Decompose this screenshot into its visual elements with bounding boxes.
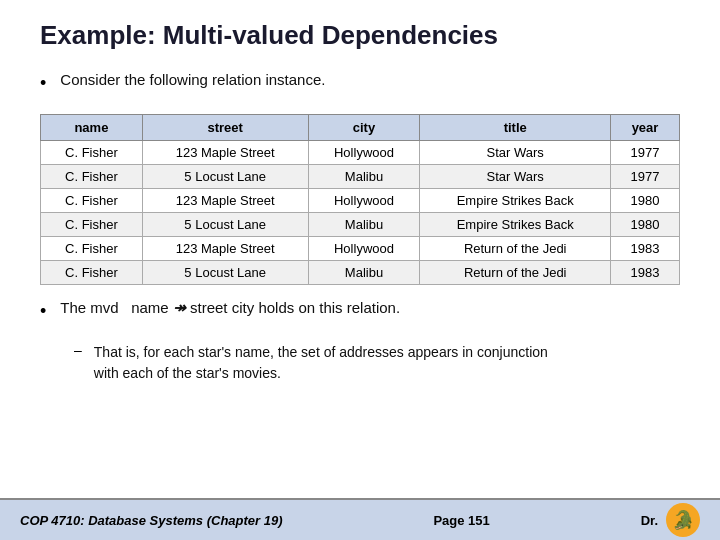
- table-cell: 1977: [611, 141, 680, 165]
- footer-left: COP 4710: Database Systems (Chapter 19): [20, 513, 283, 528]
- bullet-text-2: The mvd name ↠ street city holds on this…: [60, 299, 400, 317]
- table-header: name street city title year: [41, 115, 680, 141]
- bullet-text-1: Consider the following relation instance…: [60, 71, 325, 88]
- col-title: title: [420, 115, 611, 141]
- footer-center: Page 151: [433, 513, 489, 528]
- table-cell: Hollywood: [308, 141, 420, 165]
- table-row: C. Fisher5 Locust LaneMalibuEmpire Strik…: [41, 213, 680, 237]
- bullet-dot-2: •: [40, 301, 46, 322]
- bullet-sub: – That is, for each star's name, the set…: [74, 342, 680, 384]
- table-row: C. Fisher123 Maple StreetHollywoodEmpire…: [41, 189, 680, 213]
- table-cell: 123 Maple Street: [142, 189, 308, 213]
- sub-text-line1: That is, for each star's name, the set o…: [94, 344, 548, 360]
- table-row: C. Fisher123 Maple StreetHollywoodReturn…: [41, 237, 680, 261]
- gator-icon: 🐊: [666, 503, 700, 537]
- table-cell: 1983: [611, 261, 680, 285]
- footer: COP 4710: Database Systems (Chapter 19) …: [0, 498, 720, 540]
- table-cell: Return of the Jedi: [420, 237, 611, 261]
- table-cell: 5 Locust Lane: [142, 165, 308, 189]
- table-cell: Hollywood: [308, 189, 420, 213]
- table-cell: 1977: [611, 165, 680, 189]
- relation-table: name street city title year C. Fisher123…: [40, 114, 680, 285]
- slide-container: Example: Multi-valued Dependencies • Con…: [0, 0, 720, 540]
- table-cell: 1980: [611, 213, 680, 237]
- table-cell: 1980: [611, 189, 680, 213]
- table-cell: Hollywood: [308, 237, 420, 261]
- col-street: street: [142, 115, 308, 141]
- mvd-formula: ↠: [173, 299, 186, 316]
- table-cell: Empire Strikes Back: [420, 213, 611, 237]
- table-wrapper: name street city title year C. Fisher123…: [40, 114, 680, 285]
- slide-title: Example: Multi-valued Dependencies: [40, 20, 680, 55]
- dash: –: [74, 342, 82, 358]
- table-cell: Star Wars: [420, 141, 611, 165]
- col-city: city: [308, 115, 420, 141]
- table-cell: 1983: [611, 237, 680, 261]
- table-cell: Malibu: [308, 261, 420, 285]
- table-cell: 5 Locust Lane: [142, 213, 308, 237]
- table-cell: C. Fisher: [41, 165, 143, 189]
- table-cell: C. Fisher: [41, 189, 143, 213]
- table-cell: 5 Locust Lane: [142, 261, 308, 285]
- sub-text: That is, for each star's name, the set o…: [94, 342, 548, 384]
- table-cell: Empire Strikes Back: [420, 189, 611, 213]
- sub-text-line2: with each of the star's movies.: [94, 365, 281, 381]
- table-cell: 123 Maple Street: [142, 141, 308, 165]
- bullet-item-2: • The mvd name ↠ street city holds on th…: [40, 299, 680, 322]
- footer-dr-label: Dr.: [641, 513, 658, 528]
- table-cell: C. Fisher: [41, 237, 143, 261]
- table-cell: Return of the Jedi: [420, 261, 611, 285]
- table-row: C. Fisher5 Locust LaneMalibuReturn of th…: [41, 261, 680, 285]
- bullet-item-1: • Consider the following relation instan…: [40, 71, 680, 94]
- table-cell: C. Fisher: [41, 261, 143, 285]
- table-body: C. Fisher123 Maple StreetHollywoodStar W…: [41, 141, 680, 285]
- table-row: C. Fisher5 Locust LaneMalibuStar Wars197…: [41, 165, 680, 189]
- table-cell: 123 Maple Street: [142, 237, 308, 261]
- table-cell: Malibu: [308, 165, 420, 189]
- table-cell: Malibu: [308, 213, 420, 237]
- table-cell: C. Fisher: [41, 213, 143, 237]
- bullet-dot-1: •: [40, 73, 46, 94]
- col-year: year: [611, 115, 680, 141]
- col-name: name: [41, 115, 143, 141]
- header-row: name street city title year: [41, 115, 680, 141]
- footer-right: Dr. 🐊: [641, 503, 700, 537]
- table-row: C. Fisher123 Maple StreetHollywoodStar W…: [41, 141, 680, 165]
- table-cell: Star Wars: [420, 165, 611, 189]
- table-cell: C. Fisher: [41, 141, 143, 165]
